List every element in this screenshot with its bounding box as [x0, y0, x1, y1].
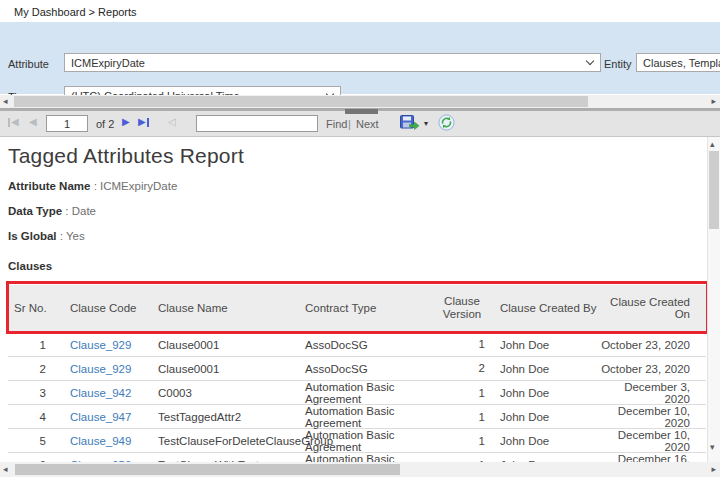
- next-page-icon: ▶: [122, 115, 130, 129]
- refresh-icon: [438, 114, 455, 131]
- scroll-down-icon[interactable]: ▾: [710, 441, 715, 454]
- filter-scrollbar-thumb[interactable]: [14, 96, 588, 107]
- entity-dropdown[interactable]: Clauses, Templates: [636, 53, 720, 72]
- page-number-input[interactable]: [46, 115, 88, 132]
- header-clause-version: Clause Version: [432, 295, 492, 321]
- last-page-button[interactable]: ▶: [138, 115, 149, 129]
- report-vertical-scrollbar[interactable]: ▴ ▾: [707, 137, 720, 463]
- entity-label: Entity: [604, 58, 632, 70]
- clauses-section-title: Clauses: [8, 260, 52, 272]
- scroll-up-icon[interactable]: ▴: [710, 138, 715, 151]
- header-sr-no: Sr No.: [8, 302, 52, 314]
- scroll-right-icon[interactable]: ▸: [711, 95, 716, 108]
- vertical-scrollbar-thumb[interactable]: [709, 151, 719, 229]
- report-viewer-page: My Dashboard > Reports Attribute ICMExpi…: [0, 0, 720, 479]
- export-button[interactable]: [400, 115, 420, 135]
- scroll-right-icon[interactable]: ▸: [711, 463, 716, 476]
- table-row: 3 Clause_942 C0003 Automation Basic Agre…: [8, 381, 706, 405]
- back-to-parent-icon: ◁: [168, 115, 176, 129]
- data-type-value: Date: [72, 205, 96, 217]
- refresh-button[interactable]: [438, 114, 455, 135]
- find-next-divider: |: [348, 118, 351, 130]
- scroll-left-icon[interactable]: ◂: [3, 463, 8, 476]
- table-row: 1 Clause_929 Clause0001 AssoDocSG 1 John…: [8, 333, 706, 357]
- clause-code-link[interactable]: Clause_929: [70, 339, 131, 351]
- table-row: 4 Clause_947 TestTaggedAttr2 Automation …: [8, 405, 706, 429]
- page-count-label: of 2: [96, 118, 114, 130]
- previous-page-button[interactable]: ◀: [29, 115, 37, 129]
- report-title: Tagged Attributes Report: [8, 144, 244, 168]
- filter-panel: Attribute ICMExpiryDate Entity Clauses, …: [0, 22, 720, 94]
- breadcrumb[interactable]: My Dashboard > Reports: [14, 6, 137, 18]
- next-page-button[interactable]: ▶: [122, 115, 130, 129]
- attribute-dropdown[interactable]: ICMExpiryDate: [64, 53, 601, 72]
- table-header-row: Sr No. Clause Code Clause Name Contract …: [8, 285, 706, 331]
- report-toolbar: ◀ ◀ of 2 ▶ ▶ ◁ Find | Next ▾: [0, 108, 720, 137]
- header-contract-type: Contract Type: [300, 302, 432, 314]
- report-field-data-type: Data Type : Date: [8, 205, 96, 217]
- clause-code-link[interactable]: Clause_947: [70, 411, 131, 423]
- last-page-icon: [147, 118, 149, 127]
- previous-page-icon: ◀: [29, 115, 37, 129]
- attribute-dropdown-value: ICMExpiryDate: [71, 57, 581, 69]
- header-clause-created-by: Clause Created By: [492, 302, 598, 314]
- first-page-icon: [8, 118, 10, 127]
- first-page-button[interactable]: ◀: [8, 115, 19, 129]
- clause-code-link[interactable]: Clause_929: [70, 363, 131, 375]
- header-clause-created-on: Clause Created On: [598, 296, 706, 320]
- clause-code-link[interactable]: Clause_949: [70, 435, 131, 447]
- report-field-is-global: Is Global : Yes: [8, 230, 85, 242]
- header-clause-code: Clause Code: [52, 302, 150, 314]
- clause-code-link[interactable]: Clause_942: [70, 387, 131, 399]
- scroll-left-icon[interactable]: ◂: [3, 95, 8, 108]
- table-row: 5 Clause_949 TestClauseForDeleteClauseGr…: [8, 429, 706, 453]
- find-button[interactable]: Find: [326, 118, 347, 130]
- find-text-input[interactable]: [196, 115, 318, 132]
- attribute-label: Attribute: [8, 58, 49, 70]
- filter-horizontal-scrollbar[interactable]: ◂ ▸: [0, 95, 720, 108]
- table-row: 2 Clause_929 Clause0001 AssoDocSG 2 John…: [8, 357, 706, 381]
- report-horizontal-scrollbar[interactable]: ◂ ▸: [0, 462, 720, 477]
- find-next-button[interactable]: Next: [356, 118, 379, 130]
- report-field-attribute-name: Attribute Name : ICMExpiryDate: [8, 180, 177, 192]
- header-clause-name: Clause Name: [150, 302, 300, 314]
- back-to-parent-button[interactable]: ◁: [168, 115, 176, 129]
- report-body: Tagged Attributes Report Attribute Name …: [0, 137, 707, 463]
- entity-dropdown-value: Clauses, Templates: [643, 57, 720, 69]
- chevron-down-icon: [586, 57, 594, 65]
- is-global-value: Yes: [66, 230, 85, 242]
- toolbar-scrollbar-thumb[interactable]: [345, 109, 378, 114]
- export-save-icon: [400, 115, 420, 131]
- export-dropdown-caret-icon[interactable]: ▾: [424, 119, 428, 128]
- attribute-name-value: ICMExpiryDate: [100, 180, 177, 192]
- horizontal-scrollbar-thumb[interactable]: [15, 464, 400, 475]
